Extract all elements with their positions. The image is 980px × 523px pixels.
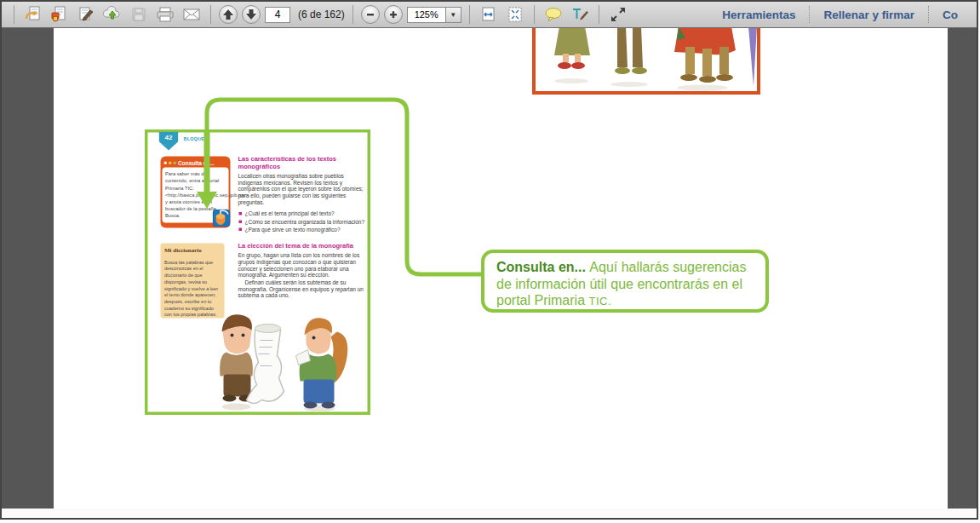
fit-width-icon — [480, 6, 497, 23]
fit-page-icon — [507, 6, 524, 23]
question-item: ¿Para qué sirve un texto monográfico? — [238, 226, 365, 233]
toolbar-separator — [352, 5, 353, 24]
next-page-icon — [245, 9, 257, 20]
print-button[interactable] — [154, 4, 176, 25]
question-list: ¿Cuál es el tema principal del texto? ¿C… — [238, 210, 365, 233]
callout-lead-text: Consulta en... — [496, 260, 589, 274]
toolbar-right-menus: Herramientas Rellenar y firmar Co — [708, 2, 971, 27]
page-number-input[interactable] — [265, 7, 290, 23]
consulta-en-callout: Consulta en... Aquí hallarás sugerencias… — [481, 250, 769, 313]
horizontal-scrollbar-track[interactable] — [2, 509, 977, 518]
toolbar: (6 de 162) 125% ▼ — [2, 2, 977, 28]
pdf-page: 42 BLOQUE II Consulta en... Para saber m… — [54, 28, 948, 509]
prev-page-button[interactable] — [219, 5, 238, 24]
zoom-in-icon — [388, 9, 398, 20]
textbook-page-thumbnail: 42 BLOQUE II Consulta en... Para saber m… — [145, 129, 370, 415]
comment-button[interactable] — [542, 4, 565, 25]
children-reading-scroll-illustration — [203, 307, 364, 416]
comment-bubble-icon — [544, 6, 563, 23]
email-icon — [181, 6, 202, 23]
export-pdf-button[interactable] — [22, 4, 44, 25]
send-cloud-button[interactable] — [101, 4, 123, 25]
page-count-label: (6 de 162) — [298, 9, 345, 20]
export-pdf-icon — [24, 6, 43, 23]
dot-icon — [169, 161, 172, 164]
zoom-dropdown-button[interactable]: ▼ — [446, 7, 461, 23]
save-button[interactable] — [128, 4, 150, 25]
acrobat-window: (6 de 162) 125% ▼ — [0, 0, 978, 520]
consulta-en-title: Consulta en... — [178, 159, 215, 166]
next-page-button[interactable] — [242, 5, 261, 24]
fullscreen-icon — [609, 6, 628, 23]
fullscreen-button[interactable] — [607, 4, 629, 25]
toolbar-separator — [210, 5, 211, 24]
zoom-out-icon — [365, 9, 375, 20]
dot-icon — [164, 161, 168, 164]
page-number-badge: 42 — [159, 132, 179, 151]
bloque-label: BLOQUE II — [184, 136, 209, 141]
send-cloud-icon — [102, 6, 123, 23]
page-right-column: Las características de los textos monogr… — [238, 156, 365, 299]
previous-page-illustration-frame — [532, 28, 760, 95]
toolbar-separator — [14, 5, 14, 24]
section2-paragraph1: En grupo, hagan una lista con los nombre… — [238, 252, 365, 279]
toolbar-separator — [469, 5, 470, 24]
section1-body: Localicen otras monografías sobre pueblo… — [238, 173, 365, 205]
create-pdf-button[interactable] — [49, 4, 71, 25]
section1-heading: Las características de los textos monogr… — [238, 156, 365, 170]
mi-diccionario-title: Mi diccionario — [164, 247, 221, 254]
create-pdf-icon — [50, 6, 69, 23]
section2-paragraph2: Definan cuáles serán los subtemas de su … — [238, 279, 365, 299]
zoom-level-value[interactable]: 125% — [407, 7, 446, 23]
zoom-level-control[interactable]: 125% ▼ — [407, 7, 461, 23]
standing-figures-illustration — [536, 28, 757, 91]
save-icon — [130, 6, 147, 23]
section2-heading: La elección del tema de la monografía — [238, 242, 365, 249]
edit-sign-icon — [77, 6, 95, 23]
toolbar-separator — [599, 5, 599, 24]
question-item: ¿Cuál es el tema principal del texto? — [238, 210, 365, 217]
toolbar-separator — [534, 5, 535, 24]
fill-sign-menu-button[interactable]: Rellenar y firmar — [809, 6, 928, 23]
zoom-out-button[interactable] — [361, 5, 380, 24]
document-viewport[interactable]: 42 BLOQUE II Consulta en... Para saber m… — [2, 28, 977, 509]
zoom-in-button[interactable] — [384, 5, 403, 24]
tools-menu-button[interactable]: Herramientas — [708, 6, 809, 23]
fit-page-button[interactable] — [504, 4, 526, 25]
callout-tic-text: TIC. — [588, 295, 611, 307]
email-button[interactable] — [181, 4, 203, 25]
edit-sign-button[interactable] — [75, 4, 97, 25]
fit-width-button[interactable] — [478, 4, 500, 25]
computer-mouse-icon — [213, 210, 231, 227]
text-markup-button[interactable] — [569, 4, 591, 25]
prev-page-icon — [222, 9, 234, 20]
dot-icon — [174, 161, 177, 164]
text-markup-icon — [570, 6, 589, 23]
print-icon — [155, 6, 175, 23]
comment-menu-button[interactable]: Co — [928, 6, 971, 23]
question-item: ¿Cómo se encuentra organizada la informa… — [238, 218, 365, 225]
